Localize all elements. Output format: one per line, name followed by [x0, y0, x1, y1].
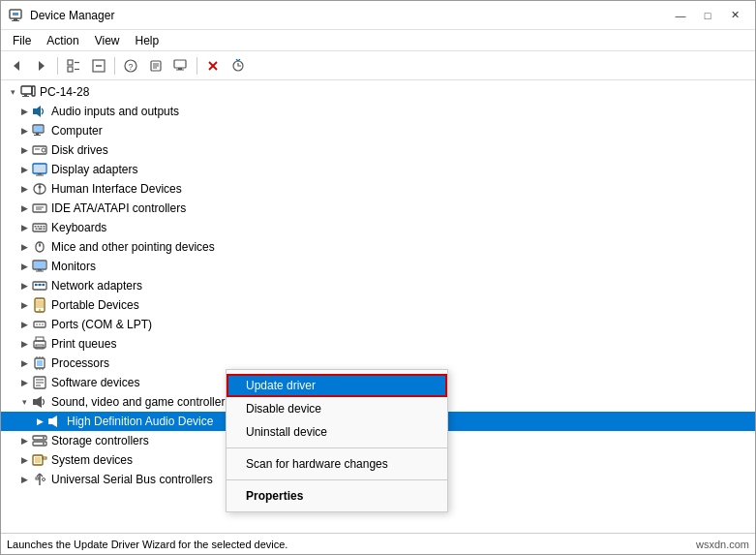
close-button[interactable]: ✕ — [722, 6, 747, 25]
tree-item-mice[interactable]: ▶ Mice and other pointing devices — [1, 237, 755, 257]
hid-expand-icon[interactable]: ▶ — [16, 181, 32, 197]
minimize-button[interactable]: — — [668, 6, 693, 25]
ide-expand-icon[interactable]: ▶ — [16, 200, 32, 216]
portable-icon — [32, 297, 47, 313]
svg-rect-38 — [34, 165, 45, 172]
svg-marker-5 — [39, 61, 45, 71]
menu-help[interactable]: Help — [128, 32, 167, 49]
system-icon — [32, 452, 47, 468]
audio-icon — [32, 104, 47, 119]
svg-rect-31 — [34, 126, 43, 132]
portable-expand-icon[interactable]: ▶ — [16, 297, 32, 313]
svg-rect-27 — [32, 86, 35, 96]
toolbar-sep-1 — [57, 57, 58, 75]
tree-item-monitors[interactable]: ▶ Monitors — [1, 257, 755, 276]
monitors-label: Monitors — [51, 260, 96, 273]
help-button[interactable]: ? — [119, 54, 142, 77]
expand-button[interactable] — [62, 54, 85, 77]
menu-file[interactable]: File — [5, 32, 39, 49]
uninstall-button[interactable] — [201, 54, 225, 77]
display-icon — [32, 162, 47, 177]
disk-expand-icon[interactable]: ▶ — [16, 142, 32, 158]
app-icon — [9, 8, 24, 23]
svg-rect-32 — [36, 133, 39, 135]
svg-marker-93 — [52, 416, 57, 427]
ctx-uninstall-device[interactable]: Uninstall device — [227, 420, 447, 444]
svg-rect-40 — [36, 175, 44, 176]
monitor-icon — [32, 259, 47, 274]
storage-icon — [32, 433, 47, 448]
svg-marker-91 — [37, 396, 42, 408]
toolbar: ? — [1, 51, 755, 80]
mice-expand-icon[interactable]: ▶ — [16, 239, 32, 255]
tree-root[interactable]: ▾ PC-14-28 — [1, 82, 755, 102]
svg-point-69 — [39, 309, 41, 311]
menu-view[interactable]: View — [87, 32, 128, 49]
tree-item-display[interactable]: ▶ Display adapters — [1, 160, 755, 179]
ctx-properties[interactable]: Properties — [227, 484, 447, 508]
svg-rect-60 — [38, 269, 42, 271]
tree-item-network[interactable]: ▶ Network adapters — [1, 276, 755, 295]
svg-point-72 — [39, 324, 41, 325]
svg-marker-4 — [14, 61, 19, 71]
tree-item-audio[interactable]: ▶ Audio inputs and outputs — [1, 102, 755, 121]
sound-expand-icon[interactable]: ▾ — [16, 394, 32, 410]
svg-rect-99 — [35, 457, 41, 463]
svg-rect-33 — [34, 135, 41, 136]
main-area: ▾ PC-14-28 ▶ — [1, 80, 755, 533]
properties-button[interactable] — [144, 54, 167, 77]
menu-action[interactable]: Action — [39, 32, 86, 49]
monitor-button[interactable] — [169, 54, 193, 77]
tree-item-keyboards[interactable]: ▶ Keyboards — [1, 218, 755, 237]
forward-button[interactable] — [30, 54, 53, 77]
svg-point-35 — [42, 148, 45, 152]
back-button[interactable] — [5, 54, 28, 77]
tree-view[interactable]: ▾ PC-14-28 ▶ — [1, 80, 755, 533]
storage-label: Storage controllers — [51, 434, 149, 447]
computer-expand-icon[interactable]: ▶ — [16, 123, 32, 139]
ports-label: Ports (COM & LPT) — [51, 318, 152, 331]
pc-icon — [20, 84, 36, 100]
svg-rect-24 — [21, 86, 32, 94]
mouse-icon — [32, 239, 47, 255]
print-expand-icon[interactable]: ▶ — [16, 336, 32, 352]
processor-icon — [32, 355, 47, 371]
svg-point-43 — [39, 186, 42, 189]
usb-expand-icon[interactable]: ▶ — [16, 472, 32, 487]
tree-item-ide[interactable]: ▶ IDE ATA/ATAPI controllers — [1, 199, 755, 218]
software-expand-icon[interactable]: ▶ — [16, 375, 32, 390]
tree-item-ports[interactable]: ▶ Ports (COM & LPT) — [1, 315, 755, 334]
storage-expand-icon[interactable]: ▶ — [16, 433, 32, 448]
ctx-scan-hardware[interactable]: Scan for hardware changes — [227, 452, 447, 476]
tree-item-portable[interactable]: ▶ Portable Devices — [1, 295, 755, 315]
ide-label: IDE ATA/ATAPI controllers — [51, 201, 186, 215]
tree-item-disk[interactable]: ▶ Disk drives — [1, 140, 755, 160]
status-bar: Launches the Update Driver Wizard for th… — [1, 533, 755, 554]
system-expand-icon[interactable]: ▶ — [16, 452, 32, 468]
audio-expand-icon[interactable]: ▶ — [16, 104, 32, 119]
collapse-button[interactable] — [87, 54, 110, 77]
svg-rect-51 — [44, 226, 45, 228]
maximize-button[interactable]: □ — [695, 6, 720, 25]
display-expand-icon[interactable]: ▶ — [16, 162, 32, 177]
ports-expand-icon[interactable]: ▶ — [16, 317, 32, 332]
scan-button[interactable] — [227, 54, 250, 77]
tree-item-computer[interactable]: ▶ Computer — [1, 121, 755, 140]
hda-expand-icon[interactable]: ▶ — [32, 414, 47, 429]
svg-rect-26 — [22, 96, 29, 97]
tree-item-print[interactable]: ▶ Print queues — [1, 334, 755, 354]
network-expand-icon[interactable]: ▶ — [16, 278, 32, 293]
svg-rect-52 — [36, 229, 38, 231]
ctx-separator-2 — [227, 479, 447, 480]
processors-expand-icon[interactable]: ▶ — [16, 355, 32, 371]
ctx-update-driver[interactable]: Update driver — [227, 374, 447, 397]
portable-label: Portable Devices — [51, 298, 139, 312]
keyboard-icon — [32, 220, 47, 235]
svg-rect-7 — [68, 67, 73, 72]
keyboards-expand-icon[interactable]: ▶ — [16, 220, 32, 235]
tree-item-hid[interactable]: ▶ Human Interface Devices — [1, 179, 755, 199]
root-expand-icon[interactable]: ▾ — [5, 84, 20, 100]
monitors-expand-icon[interactable]: ▶ — [16, 259, 32, 274]
ctx-disable-device[interactable]: Disable device — [227, 397, 447, 420]
svg-rect-44 — [33, 204, 46, 212]
